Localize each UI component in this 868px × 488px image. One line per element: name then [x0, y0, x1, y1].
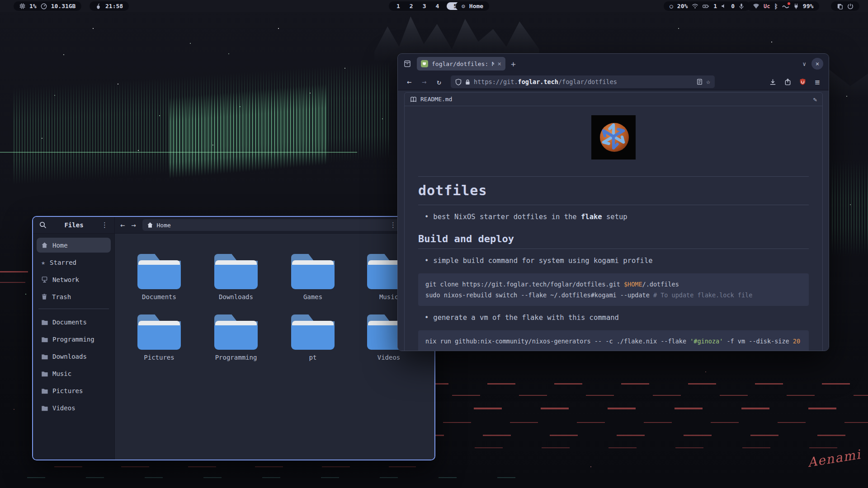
readme-body: dotfiles •best NixOS starter dotfiles in… — [405, 106, 822, 351]
folder-item-downloads[interactable]: Downloads — [202, 253, 270, 300]
sidebar-item-documents[interactable]: Documents — [37, 314, 111, 329]
cpu-icon — [19, 3, 25, 9]
list-tabs-chevron-icon[interactable]: ∨ — [802, 61, 806, 67]
home-icon — [147, 222, 153, 228]
tab-close-icon[interactable]: × — [498, 60, 501, 67]
intro-text: setup — [602, 213, 627, 221]
mode-pill[interactable]: ⚙ Home — [456, 1, 489, 11]
tray-wave-icon[interactable] — [782, 3, 789, 9]
wallpaper-glitch — [0, 271, 29, 272]
wifi-icon[interactable] — [692, 3, 698, 9]
bullet-glyph: • — [425, 314, 429, 322]
folder-label: pt — [279, 354, 347, 361]
workspace-button-4[interactable]: 4 — [434, 3, 441, 9]
microphone-icon[interactable] — [739, 3, 744, 9]
star-icon: ★ — [41, 258, 45, 267]
folder-item-pt[interactable]: pt — [279, 314, 347, 361]
code-block-vm: nix run github:nix-community/nixos-gener… — [418, 330, 809, 351]
sidebar-item-label: Downloads — [52, 353, 87, 360]
system-tray-pill: Uc ᛒ 99% — [747, 1, 819, 11]
workspace-button-1[interactable]: 1 — [395, 3, 402, 9]
nav-reload-button[interactable]: ↻ — [433, 76, 445, 88]
files-pathbar[interactable]: Home ⋮ — [142, 219, 401, 231]
keyboard-battery-icon[interactable] — [703, 4, 709, 9]
wallpaper-signature: Aenami — [807, 447, 862, 470]
browser-content: README.md ✎ dotfiles •best NixOS starter… — [398, 90, 829, 351]
folder-icon — [291, 253, 335, 289]
kebab-menu-icon[interactable]: ⋮ — [101, 221, 108, 229]
network-tray-icon[interactable] — [753, 3, 760, 9]
sidebar-item-label: Music — [52, 370, 71, 377]
keyboard-battery-value: 1 — [713, 3, 717, 9]
code-block-clone: git clone https://git.foglar.tech/foglar… — [418, 273, 809, 306]
workspace-button-2[interactable]: 2 — [408, 3, 415, 9]
cpu-usage-value: 1% — [29, 3, 37, 9]
sidebar-item-network[interactable]: Network — [37, 272, 111, 287]
files-toolbar: ← → Home ⋮ ⋮ — [115, 217, 434, 233]
sidebar-item-label: Videos — [52, 404, 75, 412]
current-location-label: Home — [157, 222, 171, 229]
folder-item-pictures[interactable]: Pictures — [125, 314, 193, 361]
sidebar-item-music[interactable]: Music — [37, 366, 111, 381]
distro-icon — [95, 3, 101, 9]
quick-settings-pill: ○ 20% 1 0 — [664, 1, 750, 11]
nav-back-button[interactable]: ← — [403, 76, 415, 88]
speaker-icon[interactable] — [721, 3, 727, 9]
workspace-button-3[interactable]: 3 — [421, 3, 428, 9]
clipboard-icon[interactable] — [837, 3, 843, 9]
new-tab-button[interactable]: + — [511, 59, 516, 69]
folder-icon — [214, 314, 258, 350]
folder-icon — [214, 253, 258, 289]
tab-box-icon[interactable] — [403, 60, 411, 68]
search-icon[interactable] — [39, 221, 47, 229]
reader-view-icon[interactable] — [697, 79, 703, 85]
window-close-button[interactable]: × — [811, 58, 823, 70]
downloads-button[interactable] — [767, 76, 778, 88]
nav-forward-button[interactable]: → — [418, 76, 430, 88]
brightness-icon[interactable]: ○ — [670, 3, 673, 9]
browser-tab-active[interactable]: foglar/dotfiles: My × — [417, 57, 505, 70]
folder-item-programming[interactable]: Programming — [202, 314, 270, 361]
folder-icon — [41, 336, 48, 343]
sidebar-item-downloads[interactable]: Downloads — [37, 349, 111, 364]
bluetooth-icon[interactable]: ᛒ — [774, 3, 778, 10]
power-icon[interactable] — [847, 3, 854, 9]
edit-pencil-icon[interactable]: ✎ — [813, 96, 817, 103]
back-button[interactable]: ← — [120, 221, 125, 229]
sidebar-item-videos[interactable]: Videos — [37, 400, 111, 415]
mode-label: Home — [469, 3, 483, 9]
sidebar-item-pictures[interactable]: Pictures — [37, 383, 111, 398]
ublock-icon[interactable] — [797, 76, 808, 88]
sidebar-item-home[interactable]: Home — [37, 238, 111, 253]
bookmark-star-icon[interactable]: ☆ — [706, 78, 710, 86]
url-text: https://git.foglar.tech/foglar/dotfiles — [474, 78, 693, 85]
files-sidebar: Home ★ Starred Network Trash Documents — [33, 234, 115, 460]
browser-window: foglar/dotfiles: My × + ∨ × ← → ↻ https:… — [397, 53, 829, 351]
folder-item-documents[interactable]: Documents — [125, 253, 193, 300]
sidebar-item-label: Network — [52, 276, 79, 283]
folder-item-games[interactable]: Games — [279, 253, 347, 300]
path-options-icon[interactable]: ⋮ — [390, 221, 396, 229]
files-body: Home ★ Starred Network Trash Documents — [33, 234, 434, 460]
notification-dot — [788, 2, 790, 5]
tracking-shield-icon[interactable] — [455, 79, 462, 85]
sidebar-item-programming[interactable]: Programming — [37, 332, 111, 347]
url-domain: foglar.tech — [518, 78, 558, 85]
sidebar-item-trash[interactable]: Trash — [37, 289, 111, 304]
code-line: sudo nixos-rebuild switch --flake ~/.dot… — [425, 290, 802, 300]
extension-button[interactable] — [782, 76, 793, 88]
forward-button[interactable]: → — [131, 221, 136, 229]
folder-icon — [41, 371, 48, 377]
intro-text: best NixOS starter dotfiles in the — [433, 213, 581, 221]
hamburger-menu-icon[interactable]: ≡ — [811, 76, 823, 88]
folder-label: Downloads — [202, 293, 270, 300]
url-bar[interactable]: https://git.foglar.tech/foglar/dotfiles … — [451, 75, 715, 88]
tray-app-icon[interactable]: Uc — [764, 3, 770, 9]
markdown-rule — [418, 176, 809, 177]
folder-label: Pictures — [125, 354, 193, 361]
battery-percent-value: 99% — [803, 3, 813, 9]
lock-icon[interactable] — [465, 79, 470, 85]
nixos-logo-image — [591, 115, 636, 160]
sidebar-item-starred[interactable]: ★ Starred — [37, 255, 111, 270]
folder-icon — [137, 253, 181, 289]
